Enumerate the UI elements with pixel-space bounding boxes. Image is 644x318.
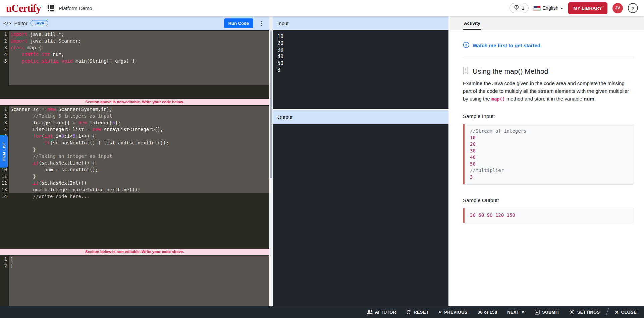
top-bar-actions: 1 English MY LIBRARY JV ? xyxy=(509,2,638,14)
code-line[interactable]: 3 Integer arr[] = new Integer[5]; xyxy=(0,119,269,126)
code-line[interactable]: 5 for(int i=0;i<5;i++) { xyxy=(0,133,269,139)
gem-icon xyxy=(514,5,520,11)
footer-button-close[interactable]: ×CLOSE xyxy=(615,309,637,315)
code-line: 2} xyxy=(0,262,269,269)
inline-code-map: map() xyxy=(491,96,505,102)
code-line[interactable]: 2 //Taking 5 integers as input xyxy=(0,113,269,119)
code-line[interactable]: 11 } xyxy=(0,173,269,180)
help-button[interactable]: ? xyxy=(628,3,638,13)
editor-scrollbar-thumb[interactable] xyxy=(270,30,272,178)
sample-output-label: Sample Output: xyxy=(463,197,634,203)
language-label: English xyxy=(542,5,558,11)
activity-tab-bar: Activity xyxy=(450,16,644,30)
watch-me-first-link[interactable]: Watch me first to get started. xyxy=(463,42,542,49)
apps-grid-icon[interactable] xyxy=(48,5,54,11)
line-number: 4 xyxy=(0,51,9,58)
footer-button-previous[interactable]: «PREVIOUS xyxy=(439,309,468,315)
sample-code-line: 3 xyxy=(470,174,628,181)
code-line-text[interactable]: if(sc.hasNextInt()) xyxy=(9,180,269,186)
line-number: 3 xyxy=(0,44,9,51)
submit-icon xyxy=(535,310,540,315)
code-line[interactable]: 14 //Write code here... xyxy=(0,193,269,200)
code-line: 1} xyxy=(0,256,269,262)
code-line-text[interactable]: if(sc.hasNextInt() ) list.add(sc.nextInt… xyxy=(9,139,269,146)
input-textarea[interactable]: 10 20 30 40 50 3 xyxy=(273,30,448,109)
bookmark-icon xyxy=(463,67,468,76)
item-list-tab-label: ITEM LIST xyxy=(2,142,6,162)
code-icon: </> xyxy=(3,21,11,26)
code-section-editable[interactable]: 1Scanner sc = new Scanner(System.in);2 /… xyxy=(0,105,269,249)
code-line-text: } xyxy=(9,262,269,269)
line-number: 5 xyxy=(0,58,9,64)
credits-pill[interactable]: 1 xyxy=(509,3,529,13)
sample-code-line: 30 xyxy=(470,148,628,154)
code-line-text[interactable]: //Write code here... xyxy=(9,193,269,200)
code-line[interactable]: 4 List<Integer> list = new ArrayList<Int… xyxy=(0,126,269,133)
sample-output-box: 30 60 90 120 150 xyxy=(463,208,634,223)
line-number: 11 xyxy=(0,173,9,180)
footer-button-next[interactable]: NEXT» xyxy=(507,309,525,315)
footer-item-label: 30 of 158 xyxy=(478,310,497,315)
footer-button-submit[interactable]: SUBMIT xyxy=(535,310,559,315)
code-line[interactable]: 7 } xyxy=(0,146,269,153)
sample-code-line: 30 60 90 120 150 xyxy=(470,212,628,219)
code-line[interactable]: 12 if(sc.hasNextInt()) xyxy=(0,180,269,186)
footer-item-label: NEXT xyxy=(507,310,519,315)
language-selector[interactable]: English xyxy=(534,5,563,11)
code-line-text[interactable]: Integer arr[] = new Integer[5]; xyxy=(9,119,269,126)
footer-button-settings[interactable]: SETTINGS xyxy=(570,309,600,315)
play-circle-icon xyxy=(463,42,470,49)
item-list-tab[interactable]: ITEM LIST xyxy=(0,135,8,168)
code-line-text[interactable]: //Taking 5 integers as input xyxy=(9,113,269,119)
code-line: 1import java.util.*; xyxy=(0,31,269,38)
watch-link-label: Watch me first to get started. xyxy=(473,43,542,48)
code-line-text[interactable]: if(sc.hasNextLine()) { xyxy=(9,160,269,166)
sample-code-line: 10 xyxy=(470,135,628,141)
code-line-text[interactable]: List<Integer> list = new ArrayList<Integ… xyxy=(9,126,269,133)
code-line[interactable]: 6 if(sc.hasNextInt() ) list.add(sc.nextI… xyxy=(0,139,269,146)
footer-button-ai-tutor[interactable]: AI TUTOR xyxy=(367,310,396,315)
code-empty-area xyxy=(0,269,269,306)
noneditable-banner-top: Section above is non-editable. Write you… xyxy=(0,99,269,105)
line-number: 1 xyxy=(0,106,9,113)
code-line: 3class map { xyxy=(0,44,269,51)
my-library-button[interactable]: MY LIBRARY xyxy=(568,2,607,14)
tab-activity[interactable]: Activity xyxy=(463,21,481,30)
activity-pane: Activity Watch me first to get started. … xyxy=(450,16,644,306)
code-line-text[interactable]: //Taking an integer as input xyxy=(9,153,269,160)
sample-code-line: 50 xyxy=(470,161,628,168)
editor-title: Editor xyxy=(14,20,27,26)
footer-button-reset[interactable]: RESET xyxy=(406,310,429,315)
previous-icon: « xyxy=(439,309,442,315)
output-block: Output xyxy=(273,110,448,306)
code-line-text[interactable]: Scanner sc = new Scanner(System.in); xyxy=(9,106,269,113)
code-line[interactable]: 9 if(sc.hasNextLine()) { xyxy=(0,160,269,166)
ucertify-logo[interactable]: uCertify xyxy=(6,3,41,13)
avatar[interactable]: JV xyxy=(612,3,623,13)
code-line[interactable]: 8 //Taking an integer as input xyxy=(0,153,269,160)
code-line-text[interactable]: num = sc.nextInt(); xyxy=(9,166,269,173)
code-line[interactable]: 10 num = sc.nextInt(); xyxy=(0,166,269,173)
us-flag-icon xyxy=(534,6,540,10)
footer-toolbar: AI TUTORRESET«PREVIOUS30 of 158NEXT»SUBM… xyxy=(0,306,644,318)
code-line-text[interactable]: } xyxy=(9,146,269,153)
output-console xyxy=(273,124,448,306)
task-title-row: Using the map() Method xyxy=(463,67,634,76)
line-number: 2 xyxy=(0,262,9,269)
run-code-button[interactable]: Run Code xyxy=(224,18,253,28)
kebab-menu-icon[interactable]: ⋮ xyxy=(256,20,266,26)
code-line-text[interactable]: for(int i=0;i<5;i++) { xyxy=(9,133,269,139)
ai-tutor-icon xyxy=(367,310,373,314)
io-pane: Input 10 20 30 40 50 3 Output xyxy=(273,16,450,306)
input-block: Input 10 20 30 40 50 3 xyxy=(273,16,448,109)
code-empty-area xyxy=(0,64,269,85)
code-line[interactable]: 1Scanner sc = new Scanner(System.in); xyxy=(0,106,269,113)
reset-icon xyxy=(406,310,411,315)
code-line: 4 static int num; xyxy=(0,51,269,58)
line-number: 2 xyxy=(0,38,9,44)
code-line[interactable]: 13 num = Integer.parseInt(sc.nextLine())… xyxy=(0,186,269,193)
line-number: 14 xyxy=(0,193,9,200)
code-line-text[interactable]: } xyxy=(9,173,269,180)
line-number: 12 xyxy=(0,180,9,186)
code-line-text[interactable]: num = Integer.parseInt(sc.nextLine()); xyxy=(9,186,269,193)
